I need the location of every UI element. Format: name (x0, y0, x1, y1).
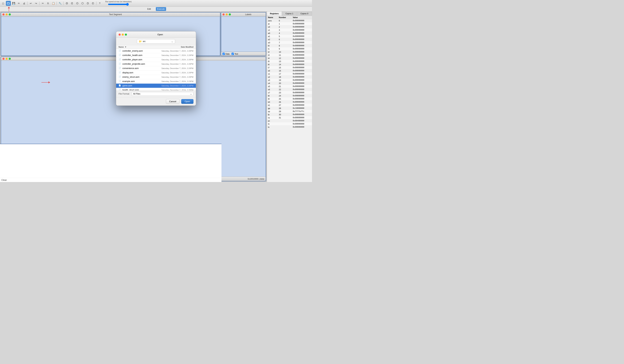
file-format-select[interactable]: All Files ⌄ (131, 92, 193, 96)
step-back-button[interactable] (85, 1, 90, 6)
tab-registers[interactable]: Registers (267, 11, 282, 16)
table-row: t9 25 0x00000000 (267, 97, 312, 100)
text-checkbox[interactable] (232, 53, 234, 55)
list-item[interactable]: 📄 enemy_struct.asm Saturday, December 7,… (116, 75, 196, 79)
table-row: v1 3 0x00000000 (267, 28, 312, 32)
save-button[interactable]: 💾 (11, 1, 16, 6)
copy-button[interactable]: ⎘ (46, 1, 51, 6)
dialog-max-btn[interactable] (125, 34, 127, 36)
dialog-buttons: Cancel Open (116, 97, 196, 106)
reg-value: 0x00000000 (292, 116, 312, 119)
run-button[interactable] (64, 1, 69, 6)
list-item[interactable]: 📄 example.asm Saturday, December 7, 2024… (116, 79, 196, 84)
reg-name: fp (267, 113, 278, 116)
paste-button[interactable]: 📋 (51, 1, 56, 6)
reg-number: 16 (278, 69, 292, 72)
open-file-button[interactable] (6, 1, 11, 6)
clear-button[interactable]: Clear (1, 179, 7, 181)
dialog-min-btn[interactable] (122, 34, 124, 36)
data-checkbox-label[interactable]: Data (223, 53, 230, 55)
cut-button[interactable]: ✂ (40, 1, 45, 6)
table-row: k1 27 0x00000000 (267, 104, 312, 107)
stop-button[interactable] (80, 1, 85, 6)
list-item[interactable]: 📄 controller_player.asm Saturday, Decemb… (116, 58, 196, 62)
close-button-red[interactable] (2, 13, 4, 16)
tab-coproc0[interactable]: Coproc 0 (297, 11, 312, 16)
table-row: t4 12 0x00000000 (267, 57, 312, 60)
data-max-btn[interactable] (9, 58, 11, 60)
text-checkbox-label[interactable]: Text (232, 53, 238, 55)
list-item[interactable]: 📄 health_struct.asm Saturday, December 7… (116, 88, 196, 91)
registers-table: Name Number Value zero 0 0x00000000 at 1… (267, 16, 312, 182)
data-min-btn[interactable] (5, 58, 8, 60)
list-item[interactable]: 📄 game.asm Saturday, December 7, 2024, 2… (116, 84, 196, 88)
open-button[interactable]: Open (181, 99, 193, 104)
reg-value: 0x00000000 (292, 88, 312, 91)
tab-coproc1[interactable]: Coproc 1 (282, 11, 297, 16)
redo-button[interactable]: ↪ (34, 1, 38, 6)
menu-execute[interactable]: Execute (156, 7, 166, 11)
file-format-value: All Files (133, 93, 140, 95)
file-icon: 📄 (119, 63, 121, 65)
file-list-header: Name ▼ Date Modified (116, 45, 196, 49)
list-item[interactable]: 📄 convenience.asm Saturday, December 7, … (116, 66, 196, 70)
labels-max-btn[interactable] (229, 13, 231, 16)
reg-value: 0x00000000 (292, 104, 312, 107)
file-name: health_struct.asm (122, 89, 159, 91)
run-speed-slider[interactable] (108, 3, 129, 6)
help-button[interactable]: ? (97, 1, 102, 6)
run-step-button[interactable] (70, 1, 75, 6)
file-date: Saturday, December 7, 2024, 2:20PM (159, 76, 193, 78)
table-row: zero 0 0x00000000 (267, 19, 312, 22)
print-button[interactable]: 🖨 (22, 1, 26, 6)
reg-value: 0x00000000 (292, 82, 312, 85)
reg-name: s6 (267, 88, 278, 91)
cancel-button[interactable]: Cancel (166, 99, 180, 104)
table-row: t3 11 0x00000000 (267, 54, 312, 57)
file-date: Saturday, December 7, 2024, 2:20PM (159, 63, 193, 65)
labels-close-btn[interactable] (223, 13, 225, 16)
reg-name: t7 (267, 66, 278, 69)
menubar: Edit Execute (0, 7, 312, 11)
file-icon: 📄 (119, 58, 121, 61)
menu-edit[interactable]: Edit (146, 7, 152, 11)
file-date: Saturday, December 7, 2024, 2:20PM (159, 50, 193, 52)
file-icon: 📄 (119, 54, 121, 57)
folder-chevron-icon: ⌄ (171, 40, 173, 43)
sort-indicator: ▼ (125, 46, 127, 48)
list-item[interactable]: 📄 controller_enemy.asm Saturday, Decembe… (116, 49, 196, 53)
undo-button[interactable]: ↩ (28, 1, 33, 6)
dialog-traffic-lights (119, 34, 127, 36)
reg-value: 0x00000000 (292, 25, 312, 28)
reg-name: t9 (267, 97, 278, 100)
folder-selector[interactable]: 📁 src ⌄ (137, 39, 175, 44)
list-item[interactable]: 📄 controller_projectile.asm Saturday, De… (116, 62, 196, 66)
reg-number: 15 (278, 66, 292, 69)
list-item[interactable]: 📄 display.asm Saturday, December 7, 2024… (116, 70, 196, 75)
labels-min-btn[interactable] (226, 13, 228, 16)
run-speed-container: Run speed at max (no interaction) (105, 1, 132, 6)
data-checkbox[interactable] (223, 53, 225, 55)
labels-panel: Labels Data Text (221, 12, 266, 56)
reg-name: s5 (267, 85, 278, 88)
table-row: pc 0x00400000 (267, 119, 312, 122)
list-item[interactable]: 📄 controller_health.asm Saturday, Decemb… (116, 53, 196, 58)
reg-number: 14 (278, 63, 292, 66)
svg-rect-8 (77, 3, 77, 4)
reg-number: 21 (278, 85, 292, 88)
binary-button[interactable]: 01 (16, 1, 21, 6)
data-close-btn[interactable] (2, 58, 4, 60)
file-name: game.asm (122, 85, 159, 87)
maximize-button-green[interactable] (9, 13, 11, 16)
find-button[interactable]: 🔧 (58, 1, 62, 6)
reg-number: 26 (278, 100, 292, 104)
reg-value: 0x00000000 (292, 126, 312, 129)
reg-number: 3 (278, 28, 292, 32)
dialog-close-btn[interactable] (119, 34, 121, 36)
registers-panel: Registers Coproc 1 Coproc 0 Name Number … (267, 11, 312, 182)
svg-rect-9 (78, 3, 78, 4)
pause-button[interactable] (75, 1, 80, 6)
minimize-button-yellow[interactable] (5, 13, 8, 16)
new-file-button[interactable]: ◻ (1, 1, 5, 6)
step-forward-button[interactable] (91, 1, 95, 6)
